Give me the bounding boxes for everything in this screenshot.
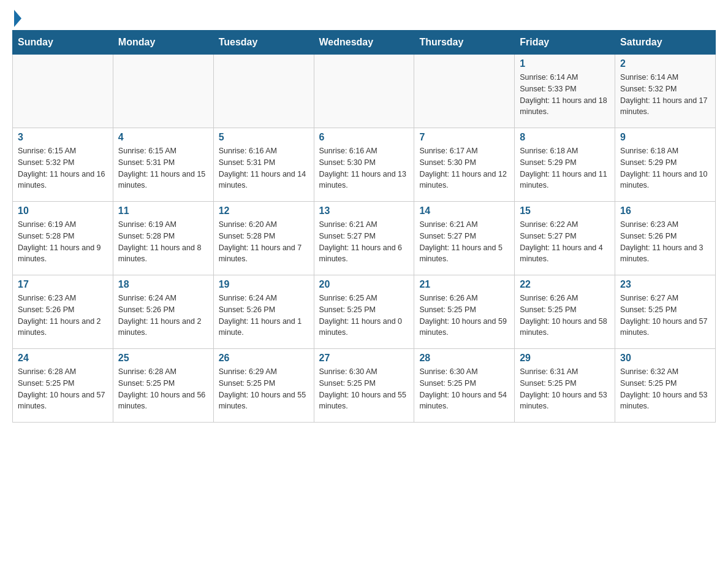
day-info: Sunrise: 6:28 AMSunset: 5:25 PMDaylight:…: [18, 366, 108, 412]
col-friday: Friday: [515, 31, 615, 55]
table-row: 28Sunrise: 6:30 AMSunset: 5:25 PMDayligh…: [414, 349, 515, 423]
day-number: 18: [118, 279, 208, 290]
day-info: Sunrise: 6:26 AMSunset: 5:25 PMDaylight:…: [520, 293, 610, 339]
day-info: Sunrise: 6:20 AMSunset: 5:28 PMDaylight:…: [219, 219, 309, 265]
calendar-table: Sunday Monday Tuesday Wednesday Thursday…: [12, 30, 716, 423]
table-row: 18Sunrise: 6:24 AMSunset: 5:26 PMDayligh…: [113, 275, 213, 349]
day-number: 4: [118, 132, 208, 143]
day-info: Sunrise: 6:18 AMSunset: 5:29 PMDaylight:…: [520, 145, 610, 191]
day-number: 17: [18, 279, 108, 290]
day-number: 28: [419, 353, 509, 364]
day-number: 7: [419, 132, 509, 143]
col-thursday: Thursday: [414, 31, 515, 55]
day-info: Sunrise: 6:14 AMSunset: 5:32 PMDaylight:…: [620, 72, 710, 118]
day-number: 5: [219, 132, 309, 143]
table-row: 29Sunrise: 6:31 AMSunset: 5:25 PMDayligh…: [515, 349, 615, 423]
day-number: 24: [18, 353, 108, 364]
logo-triangle-icon: [14, 10, 21, 27]
day-number: 25: [118, 353, 208, 364]
table-row: 9Sunrise: 6:18 AMSunset: 5:29 PMDaylight…: [615, 128, 716, 202]
day-info: Sunrise: 6:30 AMSunset: 5:25 PMDaylight:…: [319, 366, 409, 412]
day-info: Sunrise: 6:30 AMSunset: 5:25 PMDaylight:…: [419, 366, 509, 412]
table-row: 6Sunrise: 6:16 AMSunset: 5:30 PMDaylight…: [314, 128, 414, 202]
table-row: 15Sunrise: 6:22 AMSunset: 5:27 PMDayligh…: [515, 202, 615, 275]
logo: [12, 12, 21, 24]
table-row: 13Sunrise: 6:21 AMSunset: 5:27 PMDayligh…: [314, 202, 414, 275]
table-row: 12Sunrise: 6:20 AMSunset: 5:28 PMDayligh…: [213, 202, 314, 275]
table-row: 27Sunrise: 6:30 AMSunset: 5:25 PMDayligh…: [314, 349, 414, 423]
table-row: 8Sunrise: 6:18 AMSunset: 5:29 PMDaylight…: [515, 128, 615, 202]
calendar-week-row: 3Sunrise: 6:15 AMSunset: 5:32 PMDaylight…: [13, 128, 716, 202]
day-number: 20: [319, 279, 409, 290]
table-row: [314, 55, 414, 128]
table-row: 23Sunrise: 6:27 AMSunset: 5:25 PMDayligh…: [615, 275, 716, 349]
day-number: 13: [319, 205, 409, 216]
col-monday: Monday: [113, 31, 213, 55]
table-row: 7Sunrise: 6:17 AMSunset: 5:30 PMDaylight…: [414, 128, 515, 202]
day-number: 15: [520, 205, 610, 216]
table-row: [213, 55, 314, 128]
day-info: Sunrise: 6:29 AMSunset: 5:25 PMDaylight:…: [219, 366, 309, 412]
day-info: Sunrise: 6:31 AMSunset: 5:25 PMDaylight:…: [520, 366, 610, 412]
day-info: Sunrise: 6:23 AMSunset: 5:26 PMDaylight:…: [18, 293, 108, 339]
table-row: [414, 55, 515, 128]
day-number: 8: [520, 132, 610, 143]
table-row: 4Sunrise: 6:15 AMSunset: 5:31 PMDaylight…: [113, 128, 213, 202]
day-number: 21: [419, 279, 509, 290]
page-header: [12, 12, 716, 24]
day-info: Sunrise: 6:27 AMSunset: 5:25 PMDaylight:…: [620, 293, 710, 339]
day-info: Sunrise: 6:21 AMSunset: 5:27 PMDaylight:…: [319, 219, 409, 265]
table-row: [13, 55, 113, 128]
day-number: 6: [319, 132, 409, 143]
table-row: 30Sunrise: 6:32 AMSunset: 5:25 PMDayligh…: [615, 349, 716, 423]
day-info: Sunrise: 6:28 AMSunset: 5:25 PMDaylight:…: [118, 366, 208, 412]
day-info: Sunrise: 6:22 AMSunset: 5:27 PMDaylight:…: [520, 219, 610, 265]
day-number: 10: [18, 205, 108, 216]
day-number: 22: [520, 279, 610, 290]
day-info: Sunrise: 6:21 AMSunset: 5:27 PMDaylight:…: [419, 219, 509, 265]
day-info: Sunrise: 6:24 AMSunset: 5:26 PMDaylight:…: [219, 293, 309, 339]
day-info: Sunrise: 6:32 AMSunset: 5:25 PMDaylight:…: [620, 366, 710, 412]
day-number: 26: [219, 353, 309, 364]
day-info: Sunrise: 6:23 AMSunset: 5:26 PMDaylight:…: [620, 219, 710, 265]
calendar-week-row: 10Sunrise: 6:19 AMSunset: 5:28 PMDayligh…: [13, 202, 716, 275]
table-row: 1Sunrise: 6:14 AMSunset: 5:33 PMDaylight…: [515, 55, 615, 128]
day-info: Sunrise: 6:15 AMSunset: 5:32 PMDaylight:…: [18, 145, 108, 191]
day-number: 3: [18, 132, 108, 143]
day-number: 27: [319, 353, 409, 364]
day-info: Sunrise: 6:24 AMSunset: 5:26 PMDaylight:…: [118, 293, 208, 339]
calendar-week-row: 17Sunrise: 6:23 AMSunset: 5:26 PMDayligh…: [13, 275, 716, 349]
day-info: Sunrise: 6:26 AMSunset: 5:25 PMDaylight:…: [419, 293, 509, 339]
day-info: Sunrise: 6:15 AMSunset: 5:31 PMDaylight:…: [118, 145, 208, 191]
table-row: 17Sunrise: 6:23 AMSunset: 5:26 PMDayligh…: [13, 275, 113, 349]
day-number: 16: [620, 205, 710, 216]
day-info: Sunrise: 6:19 AMSunset: 5:28 PMDaylight:…: [18, 219, 108, 265]
table-row: 14Sunrise: 6:21 AMSunset: 5:27 PMDayligh…: [414, 202, 515, 275]
day-number: 11: [118, 205, 208, 216]
day-info: Sunrise: 6:18 AMSunset: 5:29 PMDaylight:…: [620, 145, 710, 191]
table-row: 2Sunrise: 6:14 AMSunset: 5:32 PMDaylight…: [615, 55, 716, 128]
day-number: 1: [520, 58, 610, 69]
table-row: [113, 55, 213, 128]
table-row: 5Sunrise: 6:16 AMSunset: 5:31 PMDaylight…: [213, 128, 314, 202]
table-row: 21Sunrise: 6:26 AMSunset: 5:25 PMDayligh…: [414, 275, 515, 349]
calendar-week-row: 24Sunrise: 6:28 AMSunset: 5:25 PMDayligh…: [13, 349, 716, 423]
day-number: 2: [620, 58, 710, 69]
table-row: 20Sunrise: 6:25 AMSunset: 5:25 PMDayligh…: [314, 275, 414, 349]
table-row: 3Sunrise: 6:15 AMSunset: 5:32 PMDaylight…: [13, 128, 113, 202]
table-row: 22Sunrise: 6:26 AMSunset: 5:25 PMDayligh…: [515, 275, 615, 349]
calendar-header-row: Sunday Monday Tuesday Wednesday Thursday…: [13, 31, 716, 55]
day-number: 29: [520, 353, 610, 364]
calendar-week-row: 1Sunrise: 6:14 AMSunset: 5:33 PMDaylight…: [13, 55, 716, 128]
day-info: Sunrise: 6:25 AMSunset: 5:25 PMDaylight:…: [319, 293, 409, 339]
day-info: Sunrise: 6:17 AMSunset: 5:30 PMDaylight:…: [419, 145, 509, 191]
table-row: 11Sunrise: 6:19 AMSunset: 5:28 PMDayligh…: [113, 202, 213, 275]
col-saturday: Saturday: [615, 31, 716, 55]
day-info: Sunrise: 6:14 AMSunset: 5:33 PMDaylight:…: [520, 72, 610, 118]
table-row: 24Sunrise: 6:28 AMSunset: 5:25 PMDayligh…: [13, 349, 113, 423]
day-number: 23: [620, 279, 710, 290]
table-row: 26Sunrise: 6:29 AMSunset: 5:25 PMDayligh…: [213, 349, 314, 423]
day-number: 9: [620, 132, 710, 143]
day-info: Sunrise: 6:16 AMSunset: 5:31 PMDaylight:…: [219, 145, 309, 191]
day-info: Sunrise: 6:16 AMSunset: 5:30 PMDaylight:…: [319, 145, 409, 191]
